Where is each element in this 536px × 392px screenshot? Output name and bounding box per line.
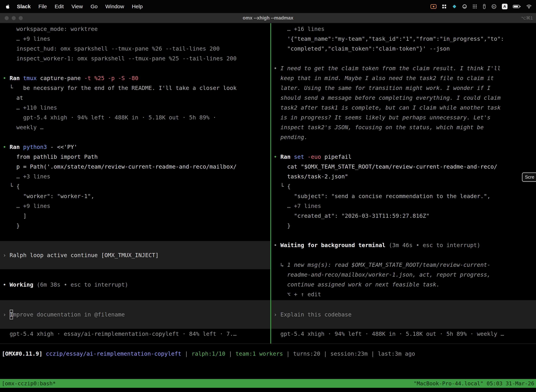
menu-app-name[interactable]: Slack: [13, 4, 34, 9]
terminal-line: is in progress? It seems likely but perh…: [274, 112, 536, 122]
screen-share-tooltip-text: Scre: [525, 174, 534, 180]
tmux-host-clock: "MacBook-Pro-44.local" 05:03 31-Mar-26: [414, 380, 534, 387]
terminal-line: • Ran tmux capture-pane -t %25 -p -S -80: [3, 73, 270, 83]
terminal-line: }: [274, 221, 536, 231]
left-pane[interactable]: workspace_mode: worktree … +9 lines insp…: [0, 23, 270, 344]
right-pane[interactable]: … +16 lines '{"team_name":"my-team","tas…: [271, 23, 536, 344]
terminal-line: • I need to get the claim token from the…: [274, 63, 536, 73]
terminal-line: tasks/task-2.json": [274, 172, 536, 182]
menu-item-go[interactable]: Go: [87, 4, 101, 9]
terminal-line: • Ran python3 - <<'PY': [3, 142, 270, 152]
terminal-line: workspace_mode: worktree: [3, 24, 270, 34]
terminal-line: … +7 lines: [274, 201, 536, 211]
terminal-line: gpt-5.4 xhigh · 94% left · 488K in · 5.1…: [3, 112, 270, 122]
terminal-line: later. Using the same for transition mig…: [274, 83, 536, 93]
menu-item-file[interactable]: File: [34, 4, 51, 9]
apple-menu-icon[interactable]: [5, 4, 10, 9]
battery-gauge-icon[interactable]: 61: [491, 3, 497, 10]
terminal-line: ]: [3, 211, 270, 221]
terminal-line: continue assigned work or next feasible …: [274, 280, 536, 289]
terminal-line: [274, 54, 536, 63]
terminal-line: at: [3, 93, 270, 103]
menu-item-edit[interactable]: Edit: [51, 4, 68, 9]
terminal-line: ⌥ + ↑ edit: [274, 289, 536, 299]
terminal-line: [274, 142, 536, 152]
app-grid-icon[interactable]: [472, 3, 477, 10]
terminal-line: "created_at": "2026-03-31T11:59:27.816Z": [274, 211, 536, 221]
terminal-line: "subject": "send a concise recommendatio…: [274, 191, 536, 201]
right-message-block: ↳ 1 new msg(s): read $OMX_TEAM_STATE_ROO…: [271, 260, 536, 299]
terminal-line: … +3 lines: [3, 172, 270, 182]
terminal-line: [3, 63, 270, 73]
terminal-line: … +9 lines: [3, 34, 270, 44]
screen-share-tooltip: Scre: [522, 173, 536, 182]
wifi-icon[interactable]: [526, 3, 532, 10]
terminal-line: task2 after task1 is complete, but can I…: [274, 103, 536, 112]
raycast-icon[interactable]: [452, 3, 457, 10]
window-grid-icon[interactable]: [442, 3, 447, 10]
menu-item-help[interactable]: Help: [128, 4, 147, 9]
terminal-line: inspect_worker-1: omx sparkshell --tmux-…: [3, 54, 270, 63]
menu-item-view[interactable]: View: [67, 4, 86, 9]
terminal-line: • Waiting for background terminal (3m 46…: [274, 240, 536, 250]
terminal-line: cat "$OMX_TEAM_STATE_ROOT/team/review-cu…: [274, 162, 536, 172]
terminal-line: › Improve documentation in @filename: [3, 310, 270, 319]
terminal-line: }: [3, 221, 270, 231]
record-dot-icon: [433, 6, 434, 7]
tmux-status-bar: [omx-cczip0:bash* "MacBook-Pro-44.local"…: [0, 379, 536, 388]
terminal-line: [OMX#0.11.9] cczip/essay/ai-reimplementa…: [2, 349, 536, 359]
terminal-line: keep that in mind. Maybe I also need the…: [274, 73, 536, 83]
screen-recording-indicator-icon[interactable]: [431, 4, 436, 9]
terminal-line: inspect task2's JSON, focusing on the st…: [274, 122, 536, 132]
window-shortcut-hint: ⌥⌘1: [521, 13, 533, 23]
terminal-line: • Ran set -euo pipefail: [274, 152, 536, 162]
terminal-line: … +16 lines: [274, 24, 536, 34]
terminal-line: should send a message before completing …: [274, 93, 536, 103]
terminal-line: … +110 lines: [3, 103, 270, 112]
menu-bar: Slack File Edit View Go Window Help: [0, 0, 536, 13]
terminal-line: from pathlib import Path: [3, 152, 270, 162]
input-source-icon[interactable]: A: [502, 4, 507, 9]
terminal-line: • Working (6m 38s • esc to interrupt): [3, 280, 270, 289]
right-log: … +16 lines '{"team_name":"my-team","tas…: [271, 24, 536, 231]
menu-item-window[interactable]: Window: [101, 4, 128, 9]
terminal-line: └ {: [3, 182, 270, 191]
right-status-line: gpt-5.4 xhigh · 94% left · 488K in · 5.1…: [271, 329, 536, 339]
terminal-line: inspect_hud: omx sparkshell --tmux-pane …: [3, 44, 270, 54]
left-log: workspace_mode: worktree … +9 lines insp…: [0, 24, 270, 231]
terminal-line: "worker": "worker-1",: [3, 191, 270, 201]
terminal-line: pending.: [274, 132, 536, 142]
omx-status-line: [OMX#0.11.9] cczip/essay/ai-reimplementa…: [2, 349, 536, 359]
left-status-line: gpt-5.4 xhigh · essay/ai-reimplementatio…: [0, 329, 270, 339]
terminal-line: › Ralph loop active continue [OMX_TMUX_I…: [3, 250, 270, 260]
terminal-panes: workspace_mode: worktree … +9 lines insp…: [0, 23, 536, 344]
terminal-line: [3, 132, 270, 142]
terminal-line: "completed","claim_token":"claim-token"}…: [274, 44, 536, 54]
key-icon[interactable]: [483, 3, 486, 10]
right-waiting-line: • Waiting for background terminal (3m 46…: [271, 240, 536, 250]
screen: Slack File Edit View Go Window Help: [0, 0, 536, 392]
terminal-line: '{"team_name":"my-team","task_id":"1","f…: [274, 34, 536, 44]
arc-icon[interactable]: [462, 3, 467, 10]
right-prompt-input[interactable]: › Explain this codebase: [271, 300, 536, 329]
left-prompt-input[interactable]: › Improve documentation in @filename: [0, 300, 270, 329]
terminal-line: … +9 lines: [3, 201, 270, 211]
terminal-line: weekly …: [3, 122, 270, 132]
menu-status-icons: 61 A: [431, 3, 536, 10]
terminal-line: gpt-5.4 xhigh · essay/ai-reimplementatio…: [3, 329, 270, 339]
battery-icon[interactable]: [513, 3, 521, 10]
terminal-line: └ be necessary for the end of the README…: [3, 83, 270, 93]
left-inject-box[interactable]: › Ralph loop active continue [OMX_TMUX_I…: [0, 241, 270, 269]
svg-text:61: 61: [493, 5, 495, 8]
terminal-line: ↳ 1 new msg(s): read $OMX_TEAM_STATE_ROO…: [274, 260, 536, 270]
terminal-line: p = Path('.omx/state/team/review-current…: [3, 162, 270, 172]
terminal-line: › Explain this codebase: [274, 310, 536, 319]
left-working-line: • Working (6m 38s • esc to interrupt): [0, 280, 270, 289]
window-title: omx --xhigh --madmax: [0, 13, 536, 23]
terminal-line: gpt-5.4 xhigh · 94% left · 488K in · 5.1…: [274, 329, 536, 339]
terminal-line: └ {: [274, 182, 536, 191]
window-title-bar: omx --xhigh --madmax ⌥⌘1: [0, 13, 536, 23]
terminal-line: readme-and-reco/mailbox/worker-1.json, a…: [274, 270, 536, 280]
tmux-session-label: [omx-cczip0:bash*: [2, 380, 56, 387]
menu-left: Slack File Edit View Go Window Help: [0, 4, 147, 9]
